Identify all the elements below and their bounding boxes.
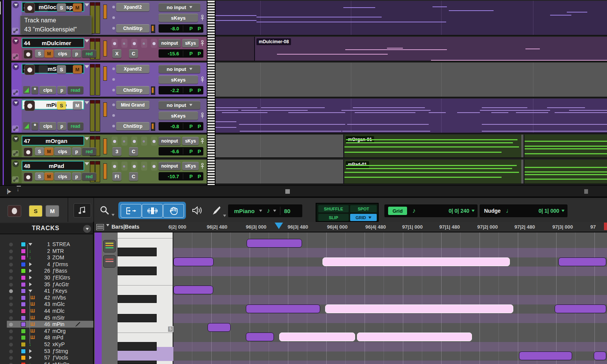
- track-name-box[interactable]: 47mOrgan: [22, 136, 84, 146]
- mute-button[interactable]: M: [73, 3, 82, 12]
- solo-button[interactable]: S: [57, 65, 66, 74]
- record-enable-button[interactable]: [24, 100, 35, 111]
- pan-indicator-2[interactable]: P: [195, 149, 203, 154]
- spot-mode-button[interactable]: SPOT: [350, 205, 377, 212]
- record-enable-button[interactable]: [24, 64, 35, 75]
- grid-note-icon[interactable]: ♪: [412, 207, 416, 215]
- nudge-value[interactable]: 0| 1| 000: [538, 208, 559, 214]
- tracks-list-item-45[interactable]: Ш45mSitr: [0, 315, 94, 321]
- tracks-list-item-26[interactable]: 26ƒBass: [0, 268, 94, 274]
- monitor-plug-icon[interactable]: [200, 113, 204, 119]
- record-enable-button[interactable]: [24, 173, 33, 182]
- track-name-box[interactable]: 48mPad: [22, 161, 84, 171]
- volume-display[interactable]: -10.7PP: [159, 172, 203, 180]
- nudge-value-dropdown-arrow[interactable]: [561, 210, 565, 212]
- monitor-plug-icon[interactable]: [200, 40, 204, 46]
- grid-button[interactable]: Grid: [388, 207, 407, 215]
- track-color-swatch[interactable]: [21, 342, 26, 347]
- scroll-down-icon[interactable]: ↓: [17, 187, 19, 192]
- black-key[interactable]: [118, 248, 157, 256]
- note-value-dropdown-arrow[interactable]: [273, 210, 276, 212]
- grid-value-dropdown-arrow[interactable]: [472, 210, 475, 212]
- track-color-swatch[interactable]: [21, 309, 26, 314]
- midi-track-selector[interactable]: mPiano: [234, 208, 255, 214]
- solo-button[interactable]: S: [35, 50, 44, 58]
- track-name-dropdown-arrow[interactable]: [85, 162, 89, 165]
- track-color-swatch[interactable]: [21, 268, 26, 273]
- expand-arrow-icon[interactable]: [28, 243, 32, 246]
- pan-indicator[interactable]: P: [187, 51, 195, 56]
- track-color-swatch[interactable]: [21, 355, 26, 360]
- track-lane-46[interactable]: [215, 99, 607, 134]
- speaker-button[interactable]: [188, 203, 206, 218]
- mute-button[interactable]: M: [73, 65, 82, 74]
- midi-controller-button[interactable]: C: [129, 49, 138, 58]
- clips-button[interactable]: clps: [54, 147, 71, 155]
- midi-note-other-track[interactable]: [325, 304, 513, 313]
- track-color-swatch[interactable]: [21, 335, 26, 340]
- midi-velocity-icon[interactable]: [23, 122, 30, 130]
- ruler-list-icon[interactable]: [96, 224, 104, 230]
- midi-note[interactable]: [555, 304, 606, 313]
- automation-read-button[interactable]: read: [68, 122, 83, 130]
- collapsed-arrow-icon[interactable]: [29, 276, 32, 279]
- playlist-button[interactable]: p: [57, 122, 66, 130]
- tracks-list-item-43[interactable]: Ш43mGlc: [0, 301, 94, 308]
- insert-c-button[interactable]: ChnlStrp: [116, 122, 149, 130]
- monitor-selector[interactable]: sKeys: [159, 75, 198, 84]
- clips-button[interactable]: clps: [54, 50, 71, 58]
- tracks-list-item-30[interactable]: 30ƒElGtrs: [0, 275, 94, 281]
- input-selector[interactable]: noinput: [159, 39, 181, 47]
- track-show-dot[interactable]: [9, 296, 13, 300]
- pan-indicator-2[interactable]: P: [195, 124, 203, 129]
- track-color-swatch[interactable]: [21, 242, 26, 247]
- edit-scroll-mark[interactable]: [0, 2, 1, 14]
- pencil-tool-button[interactable]: [208, 203, 225, 218]
- monitor-selector[interactable]: sKys: [182, 137, 199, 145]
- record-button[interactable]: [8, 205, 21, 217]
- midi-note[interactable]: [173, 257, 214, 266]
- playlist-button[interactable]: p: [72, 50, 81, 58]
- asterisk-button[interactable]: *: [31, 86, 38, 94]
- patch-cable-icon[interactable]: [12, 126, 19, 132]
- nudge-note-icon[interactable]: ♩: [506, 207, 513, 215]
- track-collapse-button[interactable]: [13, 161, 19, 167]
- midi-clip[interactable]: mOrgan-01: [343, 135, 521, 157]
- monitor-selector[interactable]: sKeys: [159, 111, 198, 120]
- collapsed-arrow-icon[interactable]: [29, 356, 32, 359]
- midi-note[interactable]: [173, 286, 213, 294]
- patch-cable-icon[interactable]: [12, 150, 19, 156]
- pan-indicator[interactable]: P: [187, 124, 195, 129]
- track-show-dot[interactable]: [9, 343, 13, 347]
- midi-channel-button[interactable]: 3: [112, 147, 121, 156]
- mute-button[interactable]: M: [44, 50, 53, 58]
- record-enable-button[interactable]: [24, 147, 33, 157]
- record-enable-button[interactable]: [24, 3, 35, 13]
- midi-channel-button[interactable]: Fl: [112, 172, 121, 181]
- playlist-button[interactable]: p: [72, 147, 81, 155]
- grid-mode-button[interactable]: GRID: [350, 214, 377, 221]
- insert-a-button[interactable]: Xpand!2: [116, 3, 149, 11]
- tracks-list-item-3[interactable]: ↓3ZOM: [0, 254, 94, 261]
- black-key[interactable]: [118, 314, 157, 322]
- tracks-list-item-52[interactable]: ↓52xKyP: [0, 341, 94, 348]
- midi-note[interactable]: [246, 333, 274, 341]
- piano-keyboard[interactable]: 5: [118, 232, 173, 364]
- midi-note-other-track[interactable]: [322, 257, 510, 266]
- note-grid-area[interactable]: [173, 232, 607, 364]
- tracks-list-item-4[interactable]: 4ƒDrms: [0, 261, 94, 268]
- midi-track-dropdown-arrow[interactable]: [259, 210, 262, 212]
- automation-read-button[interactable]: red: [82, 50, 96, 58]
- monitor-selector[interactable]: sKeys: [159, 14, 198, 22]
- track-show-dot[interactable]: [9, 329, 13, 333]
- track-color-swatch[interactable]: [21, 315, 26, 320]
- midi-velocity-icon[interactable]: [23, 86, 30, 94]
- track-show-dot[interactable]: [9, 256, 13, 260]
- input-selector[interactable]: no input: [159, 65, 200, 73]
- record-enable-button[interactable]: [24, 50, 33, 59]
- pan-indicator[interactable]: P: [187, 149, 195, 154]
- track-name-dropdown-arrow[interactable]: [85, 39, 89, 42]
- insert-a-button[interactable]: Mini Grand: [116, 101, 149, 109]
- insertion-follows-playback-icon[interactable]: |▸: [7, 188, 11, 194]
- tracks-list-item-57[interactable]: 57ƒVocls: [0, 355, 94, 361]
